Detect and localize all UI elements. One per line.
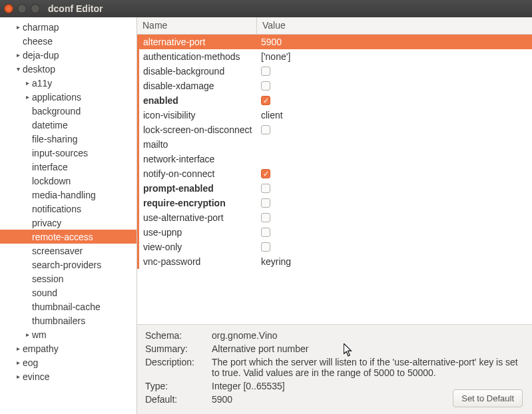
checkbox-icon[interactable] <box>261 67 270 76</box>
tree-item-eog[interactable]: ▸eog <box>0 355 136 369</box>
tree-item-interface[interactable]: interface <box>0 160 136 174</box>
tree-item-desktop[interactable]: ▾desktop <box>0 62 136 76</box>
setting-row-prompt-enabled[interactable]: prompt-enabled <box>137 181 532 196</box>
schema-tree[interactable]: ▸charmapcheese▸deja-dup▾desktop▸a11y▸app… <box>0 17 137 414</box>
checkbox-icon[interactable] <box>261 198 270 208</box>
setting-value[interactable] <box>257 81 532 91</box>
setting-value[interactable]: ['none'] <box>257 51 532 62</box>
tree-item-media-handling[interactable]: media-handling <box>0 188 136 202</box>
tree-item-label: sound <box>32 288 57 298</box>
collapsed-icon[interactable]: ▸ <box>15 51 21 59</box>
minimize-icon[interactable] <box>17 4 27 13</box>
collapsed-icon[interactable]: ▸ <box>15 373 21 380</box>
checkbox-icon[interactable] <box>261 228 270 237</box>
tree-item-evince[interactable]: ▸evince <box>0 369 136 383</box>
tree-item-deja-dup[interactable]: ▸deja-dup <box>0 48 136 62</box>
setting-row-use-alternative-port[interactable]: use-alternative-port <box>137 210 532 225</box>
tree-item-search-providers[interactable]: search-providers <box>0 258 136 272</box>
setting-row-view-only[interactable]: view-only <box>137 240 532 254</box>
collapsed-icon[interactable]: ▸ <box>24 331 31 338</box>
checkbox-icon[interactable] <box>261 242 270 252</box>
setting-row-mailto[interactable]: mailto <box>137 137 532 152</box>
setting-value[interactable]: 5900 <box>257 37 532 47</box>
checkbox-icon[interactable] <box>261 213 270 222</box>
tree-item-applications[interactable]: ▸applications <box>0 90 136 104</box>
setting-row-enabled[interactable]: enabled <box>137 93 532 108</box>
setting-value[interactable]: keyring <box>257 256 532 267</box>
tree-item-session[interactable]: session <box>0 272 136 286</box>
tree-item-label: session <box>32 274 63 284</box>
collapsed-icon[interactable]: ▸ <box>24 79 31 87</box>
tree-item-thumbnailers[interactable]: thumbnailers <box>0 313 136 327</box>
setting-value[interactable] <box>257 125 532 134</box>
setting-name: alternative-port <box>139 37 257 47</box>
tree-item-cheese[interactable]: cheese <box>0 34 136 48</box>
checkbox-icon[interactable] <box>261 81 270 91</box>
setting-row-vnc-password[interactable]: vnc-passwordkeyring <box>137 254 532 269</box>
content: ▸charmapcheese▸deja-dup▾desktop▸a11y▸app… <box>0 17 532 414</box>
setting-name: disable-xdamage <box>139 81 257 91</box>
setting-value[interactable] <box>257 242 532 252</box>
tree-item-datetime[interactable]: datetime <box>0 118 136 132</box>
close-icon[interactable] <box>4 4 13 13</box>
tree-item-label: thumbnail-cache <box>32 302 101 312</box>
collapsed-icon[interactable]: ▸ <box>15 23 21 31</box>
setting-row-use-upnp[interactable]: use-upnp <box>137 225 532 240</box>
setting-row-icon-visibility[interactable]: icon-visibilityclient <box>137 108 532 122</box>
tree-item-thumbnail-cache[interactable]: thumbnail-cache <box>0 300 136 313</box>
setting-value[interactable] <box>257 228 532 237</box>
collapsed-icon[interactable]: ▸ <box>15 359 21 366</box>
tree-item-privacy[interactable]: privacy <box>0 216 136 230</box>
tree-item-empathy[interactable]: ▸empathy <box>0 341 136 355</box>
setting-row-notify-on-connect[interactable]: notify-on-connect <box>137 166 532 181</box>
tree-item-label: media-handling <box>32 190 96 200</box>
tree-item-label: datetime <box>32 120 68 130</box>
setting-value[interactable] <box>257 96 532 105</box>
checkbox-icon[interactable] <box>261 184 270 193</box>
expanded-icon[interactable]: ▾ <box>15 65 21 73</box>
setting-row-disable-background[interactable]: disable-background <box>137 64 532 79</box>
setting-name: use-upnp <box>139 227 257 238</box>
tree-item-a11y[interactable]: ▸a11y <box>0 76 136 90</box>
setting-row-network-interface[interactable]: network-interface <box>137 152 532 166</box>
checkbox-icon[interactable] <box>261 125 270 134</box>
setting-value[interactable] <box>257 184 532 193</box>
tree-item-lockdown[interactable]: lockdown <box>0 174 136 188</box>
setting-name: network-interface <box>139 154 257 164</box>
collapsed-icon[interactable]: ▸ <box>24 93 31 101</box>
setting-row-require-encryption[interactable]: require-encryption <box>137 196 532 210</box>
tree-item-charmap[interactable]: ▸charmap <box>0 20 136 34</box>
setting-value-text: ['none'] <box>261 51 290 62</box>
setting-value[interactable] <box>257 169 532 178</box>
checkbox-icon[interactable] <box>261 169 270 178</box>
tree-item-background[interactable]: background <box>0 104 136 118</box>
tree-item-input-sources[interactable]: input-sources <box>0 146 136 160</box>
tree-item-screensaver[interactable]: screensaver <box>0 244 136 258</box>
tree-item-remote-access[interactable]: remote-access <box>0 230 136 244</box>
setting-row-disable-xdamage[interactable]: disable-xdamage <box>137 79 532 93</box>
setting-value[interactable] <box>257 213 532 222</box>
tree-item-label: applications <box>32 92 81 103</box>
tree-item-label: notifications <box>32 204 81 214</box>
column-header-value[interactable]: Value <box>257 17 532 34</box>
tree-item-label: thumbnailers <box>32 315 85 326</box>
setting-row-authentication-methods[interactable]: authentication-methods['none'] <box>137 49 532 64</box>
collapsed-icon[interactable]: ▸ <box>15 345 21 352</box>
tree-item-notifications[interactable]: notifications <box>0 202 136 216</box>
setting-value[interactable] <box>257 198 532 208</box>
maximize-icon[interactable] <box>31 4 40 13</box>
setting-value[interactable]: client <box>257 110 532 120</box>
checkbox-icon[interactable] <box>261 96 270 105</box>
details-label-default: Default: <box>145 394 212 405</box>
tree-item-sound[interactable]: sound <box>0 286 136 300</box>
set-to-default-button[interactable]: Set to Default <box>453 389 523 407</box>
setting-value-text: keyring <box>261 256 291 267</box>
setting-value[interactable] <box>257 67 532 76</box>
setting-row-lock-screen-on-disconnect[interactable]: lock-screen-on-disconnect <box>137 122 532 137</box>
tree-item-file-sharing[interactable]: file-sharing <box>0 132 136 146</box>
setting-name: disable-background <box>139 66 257 77</box>
tree-item-wm[interactable]: ▸wm <box>0 327 136 341</box>
settings-list[interactable]: Name Value alternative-port5900authentic… <box>137 17 532 325</box>
column-header-name[interactable]: Name <box>137 17 257 34</box>
setting-row-alternative-port[interactable]: alternative-port5900 <box>137 35 532 49</box>
